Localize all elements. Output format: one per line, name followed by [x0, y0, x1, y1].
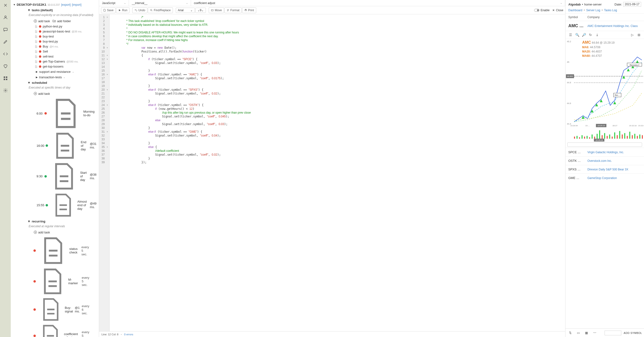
recurring-desc: Executed at regular intervals: [11, 224, 99, 229]
svg-text:15:32:18: 15:32:18: [629, 125, 637, 127]
size-select[interactable]: ⌄9⌄: [195, 8, 206, 13]
code-content[interactable]: /* * This task esablished 'drop coeffici…: [110, 14, 565, 331]
recurring-item[interactable]: coefficient adjustevery 5 min.: [11, 323, 99, 337]
close-icon[interactable]: [3, 3, 8, 8]
module-dropdown[interactable]: __interval__⌄: [129, 0, 191, 6]
code-editor[interactable]: 1▾23456789▾1011▾12▾13141516▾17181920▾212…: [99, 14, 565, 331]
tasks-log-link[interactable]: Tasks Log: [604, 8, 617, 12]
find-button[interactable]: Find/Replace: [148, 7, 173, 13]
dropdown-bar: JavaScript⌄ __interval__⌄ coefficient ad…: [99, 0, 565, 6]
grid-icon[interactable]: ⊞: [636, 32, 642, 38]
svg-rect-44: [599, 130, 600, 139]
task-item[interactable]: javascript-basic-test@38 ms.: [11, 29, 99, 34]
subsection[interactable]: ▶transaction-tests⌄: [11, 74, 99, 80]
scheduled-section-header[interactable]: ▼ scheduled: [11, 80, 99, 85]
svg-rect-1: [4, 28, 7, 30]
task-item[interactable]: sell-test: [11, 54, 99, 59]
price-chart[interactable]: AMC 44.64 @ 15:29:19 MA6: 44.5708 MA20: …: [566, 39, 644, 130]
recurring-item[interactable]: Buy-signal@1 ms.every 6 sec.: [11, 296, 99, 323]
symbol-row[interactable]: OSTK …Overstock.com Inc.: [566, 156, 644, 165]
volume-chart[interactable]: 15:29:19: [566, 130, 644, 142]
scheduled-item[interactable]: 16:00End of day@31 ms.: [11, 131, 99, 161]
apps-icon[interactable]: [3, 76, 8, 81]
add-task-button[interactable]: add task: [34, 19, 50, 23]
status-dot: [39, 50, 41, 53]
refresh-icon[interactable]: ↻: [588, 32, 594, 38]
user-icon[interactable]: [3, 15, 8, 20]
svg-text:15:26:54: 15:26:54: [570, 125, 578, 127]
add-sched-task-button[interactable]: add task: [34, 92, 50, 95]
task-item[interactable]: Sell: [11, 49, 99, 54]
save-button[interactable]: Save: [101, 7, 116, 13]
task-item[interactable]: buy-test: [11, 34, 99, 39]
add-symbol-button[interactable]: ADD SYMBOL: [624, 332, 642, 334]
svg-text::30:27: :30:27: [612, 125, 618, 127]
svg-rect-4: [4, 79, 5, 80]
pointer-icon[interactable]: ▷: [629, 32, 636, 38]
status-dot: [34, 335, 36, 337]
task-item[interactable]: buy-test.py: [11, 39, 99, 44]
format-button[interactable]: Format: [224, 7, 242, 13]
import-link[interactable]: [import]: [72, 3, 82, 6]
enable-toggle[interactable]: Enable: [534, 8, 550, 12]
grid-view-icon[interactable]: ▦: [584, 330, 589, 336]
symbol-row[interactable]: SPXS …Direxion Daily S&P 500 Bear 3X: [566, 165, 644, 174]
chart-icon[interactable]: 〰: [592, 330, 598, 336]
task-item[interactable]: python-test.py: [11, 24, 99, 29]
server-log-link[interactable]: Server Log: [586, 8, 600, 12]
task-item[interactable]: get-top-loosers: [11, 64, 99, 69]
export-link[interactable]: [export]: [61, 3, 71, 6]
error-count[interactable]: 0 errors: [124, 333, 133, 336]
symbol-row[interactable]: GME …GameStop Corporation: [566, 174, 644, 182]
sort-icon[interactable]: ⇅: [567, 330, 573, 336]
recurring-item[interactable]: status checkevery 5 sec.: [11, 235, 99, 266]
tasks-desc: Executed explicitly or on incoming data …: [11, 13, 99, 18]
selected-symbol-row[interactable]: AMC … AMC Entertainment Holdings Inc. Cl…: [566, 21, 644, 31]
status-dot: [39, 65, 41, 68]
symbol-input[interactable]: [604, 331, 621, 335]
right-panel: Algodab • home-server Date: 2021-09-17 D…: [565, 0, 644, 337]
undo-button[interactable]: Undo: [132, 7, 147, 13]
svg-text:45: 45: [567, 61, 569, 63]
font-select[interactable]: Arial⌄: [176, 8, 195, 13]
screen-icon[interactable]: ▭: [576, 330, 581, 336]
recurring-section-header[interactable]: ▼ recurring: [11, 219, 99, 224]
scheduled-item[interactable]: 6:00Morning to-do: [11, 96, 99, 131]
run-button[interactable]: Run: [116, 7, 130, 13]
heart-icon[interactable]: [3, 64, 8, 69]
desktop-name: DESKTOP-SV1E2K1: [17, 3, 46, 6]
scheduled-item[interactable]: 15:55Almost end of day@49 ms.: [11, 192, 99, 219]
list-icon[interactable]: ☰: [567, 32, 574, 38]
svg-rect-3: [6, 77, 7, 78]
settings-icon[interactable]: [3, 88, 8, 94]
dashboard-link[interactable]: Dashboard: [568, 8, 582, 12]
skip-end-icon[interactable]: ⤓: [594, 32, 600, 38]
status-dot: [46, 204, 48, 206]
tasks-section-header[interactable]: ▼ tasks (default): [11, 7, 99, 13]
subsection[interactable]: ▶support and resistance⌄: [11, 69, 99, 74]
lang-dropdown[interactable]: JavaScript⌄: [99, 0, 129, 6]
zoom-in-icon[interactable]: 🔎: [581, 32, 587, 38]
recurring-item[interactable]: M-markerevery 5 sec.: [11, 266, 99, 297]
zoom-out-icon[interactable]: 🔍: [574, 32, 580, 38]
print-button[interactable]: Print: [242, 7, 256, 13]
close-button[interactable]: ✕ Close: [552, 8, 563, 12]
move-button[interactable]: Move: [209, 7, 224, 13]
svg-rect-42: [594, 136, 595, 139]
add-recur-task-button[interactable]: add task: [34, 230, 50, 234]
status-dot: [44, 112, 47, 115]
symbol-row[interactable]: SPCE …Virgin Galactic Holdings, Inc.: [566, 148, 644, 156]
scheduled-item[interactable]: 9:30Start of day@38 ms.: [11, 161, 99, 192]
chevron-down-icon: ⌄: [186, 2, 188, 4]
add-folder-button[interactable]: add folder: [52, 19, 71, 23]
task-item[interactable]: get-Top-Gainers@590 ms.: [11, 59, 99, 64]
svg-text:Rec…: Rec…: [615, 94, 620, 96]
chat-icon[interactable]: [3, 27, 8, 33]
chart-scrollbar[interactable]: [567, 142, 642, 147]
edit-icon[interactable]: [3, 39, 8, 45]
date-input[interactable]: 2021-09-17: [623, 2, 641, 7]
code-icon[interactable]: [3, 51, 8, 57]
tree-root[interactable]: ▼ DESKTOP-SV1E2K1 10.0.0.237 [export] [i…: [11, 2, 99, 7]
task-item[interactable]: Buy@4 ms.: [11, 44, 99, 49]
task-dropdown[interactable]: coefficient adjust⌄: [191, 0, 565, 6]
